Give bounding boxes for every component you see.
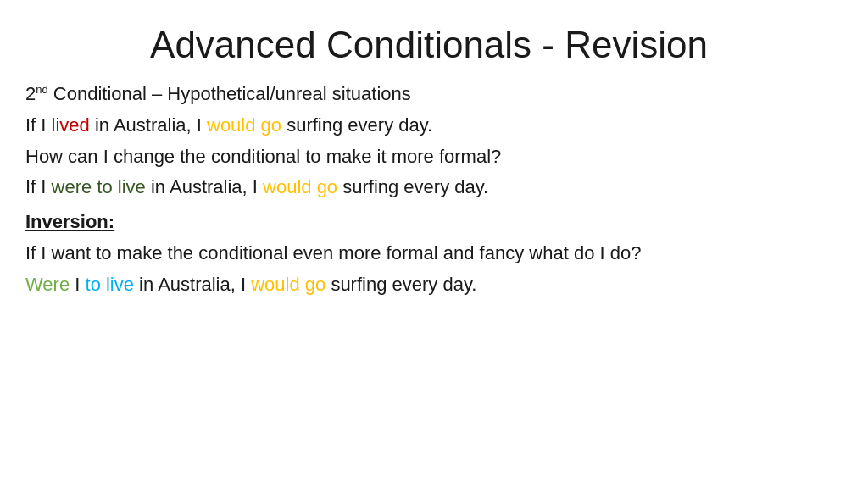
text-inversion: Inversion: [25, 211, 114, 232]
text-to-live: to live [86, 274, 134, 295]
text-in-australia-3: in Australia, I [134, 274, 251, 295]
slide-title: Advanced Conditionals - Revision [24, 24, 834, 66]
text-were: Were [25, 274, 70, 295]
text-lived: lived [52, 114, 90, 136]
content-block: 2nd Conditional – Hypothetical/unreal si… [24, 81, 834, 298]
text-would-go-3: would go [251, 274, 326, 295]
text-in-australia-2: in Australia, I [146, 176, 263, 197]
text-fancy: If I want to make the conditional even m… [25, 242, 641, 263]
text-would-go-2: would go [263, 176, 337, 197]
text-if-i-2: If I [25, 176, 52, 197]
line-lived: If I lived in Australia, I would go surf… [25, 113, 834, 139]
line-were-to-live: If I were to live in Australia, I would … [25, 175, 834, 201]
text-if-i: If I [25, 114, 52, 136]
text-surfing-3: surfing every day. [326, 274, 476, 295]
text-surfing-2: surfing every day. [337, 176, 488, 197]
text-would-go-1: would go [207, 114, 281, 136]
text-2nd-conditional: 2nd Conditional – Hypothetical/unreal si… [25, 83, 411, 104]
text-question: How can I change the conditional to make… [25, 146, 501, 167]
slide-container: Advanced Conditionals - Revision 2nd Con… [0, 0, 868, 488]
text-in-australia-1: in Australia, I [90, 114, 207, 136]
line-question: How can I change the conditional to make… [25, 144, 834, 170]
line-fancy: If I want to make the conditional even m… [25, 241, 834, 267]
inversion-label: Inversion: [25, 209, 834, 236]
text-i: I [70, 274, 85, 295]
line-2nd-conditional: 2nd Conditional – Hypothetical/unreal si… [25, 81, 834, 108]
text-were-to-live: were to live [52, 176, 146, 197]
line-were-inversion: Were I to live in Australia, I would go … [25, 272, 834, 298]
text-surfing-1: surfing every day. [281, 114, 432, 136]
